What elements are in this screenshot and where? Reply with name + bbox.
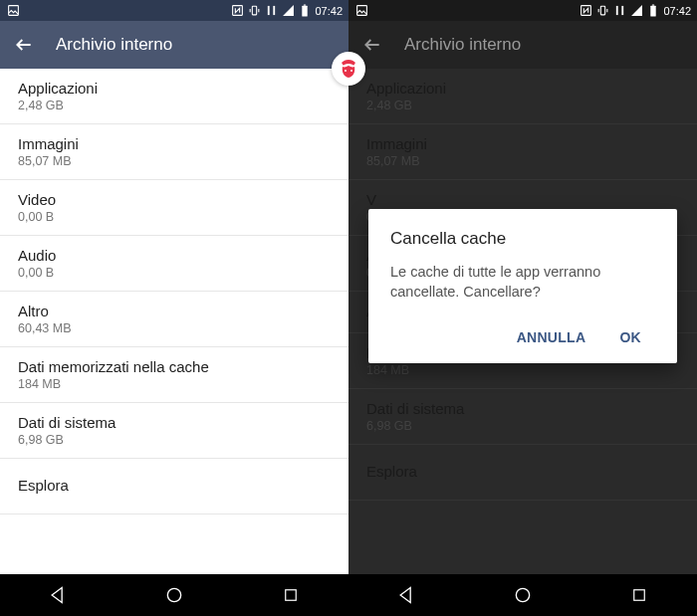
nfc-icon <box>579 4 592 18</box>
status-time: 07:42 <box>663 5 691 17</box>
data-icon <box>264 4 278 18</box>
svg-rect-5 <box>303 6 308 17</box>
vibrate-icon <box>247 4 261 18</box>
svg-rect-11 <box>600 6 604 15</box>
list-item[interactable]: Esplora <box>348 445 697 501</box>
list-item[interactable]: Altro60,43 MB <box>0 292 348 347</box>
nav-home-icon[interactable] <box>144 581 204 609</box>
signal-icon <box>629 4 643 18</box>
app-bar: Archivio interno <box>0 21 348 69</box>
svg-rect-17 <box>633 590 644 601</box>
list-item[interactable]: Immagini85,07 MB <box>348 124 697 180</box>
ok-button[interactable]: OK <box>615 321 645 353</box>
svg-point-16 <box>516 588 529 601</box>
cancel-button[interactable]: ANNULLA <box>513 321 590 353</box>
signal-icon <box>281 4 295 18</box>
svg-rect-8 <box>285 590 296 601</box>
svg-rect-9 <box>356 6 366 16</box>
svg-rect-4 <box>273 6 275 15</box>
svg-rect-6 <box>304 5 306 6</box>
list-item[interactable]: Immagini85,07 MB <box>0 124 348 180</box>
battery-icon <box>646 4 660 18</box>
list-item[interactable]: Dati di sistema6,98 GB <box>348 389 697 445</box>
svg-rect-15 <box>652 5 654 6</box>
nfc-icon <box>230 4 244 18</box>
status-bar: 07:42 <box>348 0 697 21</box>
app-bar: Archivio interno <box>348 21 697 69</box>
data-icon <box>612 4 626 18</box>
nav-recent-icon[interactable] <box>609 581 669 609</box>
status-time: 07:42 <box>315 5 343 17</box>
nav-bar <box>348 574 697 616</box>
svg-rect-0 <box>8 6 18 16</box>
dialog-title: Cancella cache <box>390 229 655 249</box>
nav-recent-icon[interactable] <box>261 581 321 609</box>
battery-icon <box>298 4 312 18</box>
svg-rect-3 <box>268 6 270 15</box>
back-icon[interactable] <box>362 35 382 55</box>
list-item[interactable]: Esplora <box>0 459 348 514</box>
nav-bar <box>0 574 348 616</box>
phone-right: 07:42 Archivio interno Applicazioni2,48 … <box>348 0 697 616</box>
list-item[interactable]: Audio0,00 B <box>0 236 348 292</box>
storage-list: Applicazioni2,48 GB Immagini85,07 MB Vid… <box>0 69 348 574</box>
nav-home-icon[interactable] <box>493 581 553 609</box>
page-title: Archivio interno <box>56 35 172 55</box>
page-title: Archivio interno <box>404 35 521 55</box>
clear-cache-dialog: Cancella cache Le cache di tutte le app … <box>368 209 677 363</box>
list-item[interactable]: Applicazioni2,48 GB <box>348 69 697 124</box>
svg-rect-2 <box>252 6 256 15</box>
list-item[interactable]: Dati di sistema6,98 GB <box>0 403 348 459</box>
mascot-badge <box>332 52 365 86</box>
dialog-message: Le cache di tutte le app verranno cancel… <box>390 263 655 302</box>
nav-back-icon[interactable] <box>28 581 88 609</box>
svg-point-7 <box>167 588 180 601</box>
picture-icon <box>6 4 20 18</box>
back-icon[interactable] <box>14 35 34 55</box>
list-item[interactable]: Applicazioni2,48 GB <box>0 69 348 124</box>
list-item[interactable]: Dati memorizzati nella cache184 MB <box>0 347 348 403</box>
picture-icon <box>354 4 368 18</box>
phone-left: 07:42 Archivio interno Applicazioni2,48 … <box>0 0 348 616</box>
svg-rect-12 <box>616 6 618 15</box>
list-item[interactable]: Video0,00 B <box>0 180 348 236</box>
nav-back-icon[interactable] <box>376 581 436 609</box>
status-bar: 07:42 <box>0 0 348 21</box>
svg-rect-14 <box>651 6 656 17</box>
svg-rect-13 <box>621 6 623 15</box>
vibrate-icon <box>595 4 609 18</box>
